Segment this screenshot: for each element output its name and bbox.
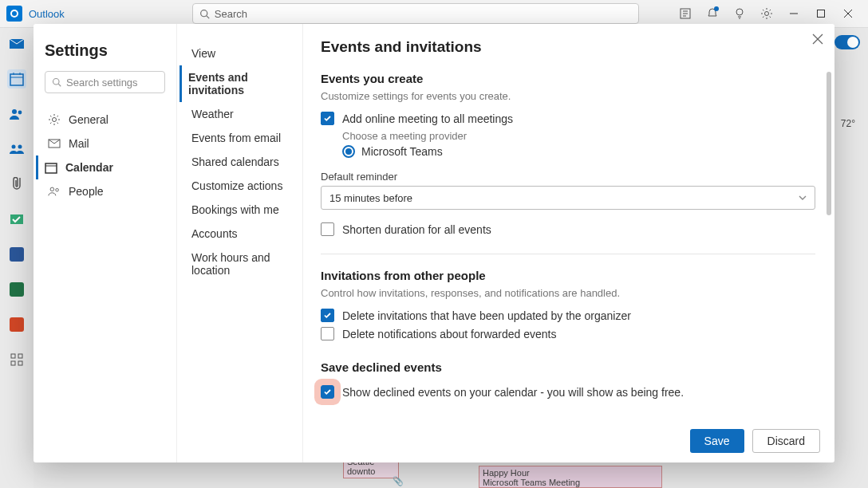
nav-mail[interactable]: Mail: [45, 132, 165, 155]
notification-icon[interactable]: [699, 0, 726, 27]
checkbox-delete-forwarded[interactable]: [321, 327, 334, 340]
minimize-button[interactable]: [780, 0, 807, 27]
checkbox-show-declined[interactable]: [321, 385, 334, 399]
nav2-accounts[interactable]: Accounts: [188, 222, 302, 246]
nav2-label: Events from email: [191, 132, 281, 144]
section-declined-heading: Save declined events: [321, 360, 817, 374]
search-input[interactable]: Search: [192, 3, 639, 24]
temperature-badge: 72°: [841, 118, 855, 129]
svg-point-6: [765, 12, 769, 16]
excel-rail-icon[interactable]: [7, 280, 26, 299]
tips-icon[interactable]: [726, 0, 753, 27]
svg-rect-23: [11, 361, 15, 365]
toggle-switch[interactable]: [834, 35, 860, 49]
settings-nav-secondary: View Events and invitations Weather Even…: [177, 24, 303, 462]
nav-label: Mail: [69, 137, 89, 150]
svg-point-17: [18, 111, 22, 115]
checkbox-shorten-duration[interactable]: [321, 222, 334, 236]
close-window-button[interactable]: [834, 0, 862, 27]
files-rail-icon[interactable]: [7, 175, 26, 194]
svg-rect-21: [11, 354, 15, 358]
nav2-label: Work hours and location: [191, 251, 270, 277]
mail-icon: [48, 137, 61, 150]
svg-point-34: [56, 188, 59, 191]
nav-calendar[interactable]: Calendar: [36, 155, 165, 179]
outlook-logo: [6, 6, 22, 22]
maximize-button[interactable]: [807, 0, 834, 27]
nav-label: General: [69, 113, 108, 126]
svg-rect-8: [818, 10, 825, 18]
people-rail-icon[interactable]: [7, 104, 26, 124]
svg-rect-24: [18, 361, 22, 365]
nav2-weather[interactable]: Weather: [188, 102, 302, 126]
powerpoint-rail-icon[interactable]: [7, 315, 26, 334]
nav-general[interactable]: General: [45, 108, 165, 132]
nav2-customize-actions[interactable]: Customize actions: [188, 174, 302, 198]
notes-icon[interactable]: [672, 0, 699, 27]
event-sub: Microsoft Teams Meeting: [483, 478, 658, 487]
settings-nav-primary: Settings Search settings General Mail Ca…: [34, 24, 177, 462]
mail-rail-icon[interactable]: [7, 34, 26, 53]
gear-icon: [48, 113, 61, 126]
svg-point-29: [53, 118, 57, 122]
svg-point-1: [12, 11, 17, 16]
section-invitations-sub: Control how invitations, responses, and …: [321, 287, 817, 299]
nav2-label: View: [191, 47, 215, 60]
checkbox-add-online-meeting[interactable]: [321, 112, 334, 125]
chevron-down-icon: [799, 195, 807, 200]
nav2-work-hours[interactable]: Work hours and location: [188, 246, 302, 282]
more-apps-rail-icon[interactable]: [7, 350, 26, 369]
checkbox-label: Delete notifications about forwarded eve…: [342, 328, 557, 340]
nav2-label: Accounts: [191, 227, 238, 240]
nav-people[interactable]: People: [45, 179, 165, 203]
check-icon: [323, 388, 332, 396]
svg-point-2: [200, 10, 207, 16]
button-label: Discard: [767, 435, 805, 447]
svg-line-28: [58, 84, 61, 86]
save-button[interactable]: Save: [690, 429, 744, 453]
section-events-create-sub: Customize settings for events you create…: [321, 90, 817, 102]
nav2-events-email[interactable]: Events from email: [188, 126, 302, 150]
nav2-view[interactable]: View: [188, 41, 302, 65]
calendar-rail-icon[interactable]: [7, 69, 26, 89]
nav2-label: Shared calendars: [191, 155, 279, 168]
nav2-events-invitations[interactable]: Events and invitations: [180, 65, 302, 102]
checkbox-delete-updated[interactable]: [321, 309, 334, 322]
radio-microsoft-teams[interactable]: [342, 145, 355, 158]
checkbox-label: Add online meeting to all meetings: [342, 112, 513, 125]
svg-point-18: [12, 145, 16, 149]
event-title: Happy Hour: [483, 468, 658, 478]
calendar-event-happyhour[interactable]: Happy Hour Microsoft Teams Meeting: [479, 466, 662, 488]
nav2-bookings[interactable]: Bookings with me: [188, 198, 302, 222]
search-placeholder: Search: [215, 8, 247, 20]
discard-button[interactable]: Discard: [752, 429, 820, 453]
svg-point-16: [12, 109, 17, 114]
nav-label: Calendar: [65, 161, 113, 174]
settings-gear-icon[interactable]: [753, 0, 780, 27]
app-name: Outlook: [29, 8, 65, 20]
svg-point-19: [18, 145, 22, 149]
svg-rect-31: [45, 163, 57, 173]
svg-point-27: [53, 79, 60, 85]
checkbox-label: Delete invitations that have been update…: [342, 309, 631, 322]
default-reminder-select[interactable]: 15 minutes before: [321, 186, 815, 210]
checkbox-label: Shorten duration for all events: [342, 223, 491, 236]
checkbox-label: Show declined events on your calendar - …: [342, 386, 684, 399]
calendar-icon: [45, 161, 57, 174]
app-rail: [0, 28, 34, 488]
settings-panel: Events and invitations Events you create…: [303, 24, 834, 462]
nav2-shared-calendars[interactable]: Shared calendars: [188, 150, 302, 174]
todo-rail-icon[interactable]: [7, 210, 26, 229]
check-icon: [323, 114, 332, 123]
divider: [321, 254, 815, 254]
groups-rail-icon[interactable]: [7, 140, 26, 159]
check-icon: [323, 311, 332, 320]
nav2-label: Bookings with me: [191, 203, 279, 216]
scrollbar[interactable]: [827, 72, 831, 215]
people-icon: [48, 185, 61, 198]
word-rail-icon[interactable]: [7, 245, 26, 264]
choose-provider-label: Choose a meeting provider: [342, 130, 817, 142]
search-icon: [199, 9, 210, 19]
select-value: 15 minutes before: [329, 192, 412, 204]
settings-search-input[interactable]: Search settings: [45, 71, 165, 93]
